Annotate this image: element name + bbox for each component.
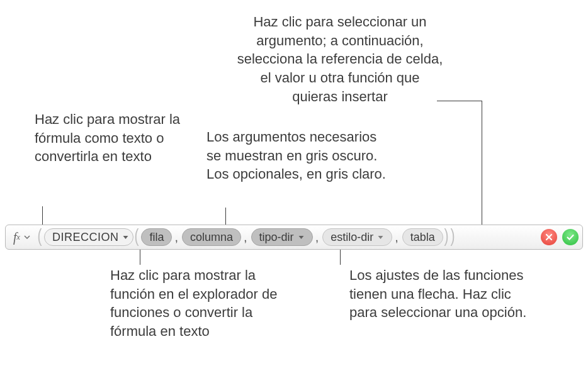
check-icon [566, 233, 575, 242]
callout-required-args: Los argumentos necesarios se muestran en… [206, 128, 389, 184]
confirm-button[interactable] [562, 229, 579, 245]
separator: , [174, 230, 178, 245]
callout-func-dropdown: Haz clic para mostrar la función en el e… [110, 266, 293, 341]
arg-label: fila [149, 231, 164, 244]
callout-select-arg: Haz clic para seleccionar un argumento; … [236, 13, 444, 106]
fx-dropdown[interactable] [24, 235, 30, 239]
callout-arg-option: Los ajustes de las funciones tienen una … [349, 266, 532, 322]
arg-pill-tipo-dir[interactable]: tipo-dir [251, 228, 313, 246]
leader-line [42, 206, 43, 225]
paren-close: ) [444, 226, 448, 245]
separator: , [395, 230, 399, 245]
leader-line [140, 250, 140, 265]
group-close-bracket: ) [450, 226, 455, 245]
separator: , [315, 230, 319, 245]
callout-fx: Haz clic para mostrar la fórmula como te… [35, 110, 186, 166]
function-name-label: DIRECCION [52, 231, 119, 244]
arg-pill-estilo-dir[interactable]: estilo-dir [322, 228, 392, 246]
leader-line [437, 101, 482, 101]
arg-label: tabla [410, 231, 435, 244]
paren-open: ( [135, 226, 139, 245]
close-icon [545, 233, 553, 242]
arg-dropdown-caret[interactable] [377, 235, 384, 240]
arg-label: columna [190, 231, 233, 244]
leader-line [225, 208, 226, 225]
arg-dropdown-caret[interactable] [298, 235, 305, 240]
function-name-pill[interactable]: DIRECCION [44, 228, 134, 246]
triangle-down-icon [377, 235, 384, 240]
leader-line [340, 250, 341, 265]
arg-pill-tabla[interactable]: tabla [402, 228, 443, 246]
leader-line [482, 101, 482, 225]
arg-label: estilo-dir [331, 231, 373, 244]
function-dropdown-caret[interactable] [122, 235, 129, 240]
arg-pill-columna[interactable]: columna [182, 228, 241, 246]
fx-icon: fx [9, 230, 23, 245]
group-open-bracket: ( [37, 226, 42, 245]
triangle-down-icon [298, 235, 305, 240]
arg-pill-fila[interactable]: fila [141, 228, 172, 246]
cancel-button[interactable] [541, 229, 557, 245]
separator: , [244, 230, 247, 245]
triangle-down-icon [122, 235, 129, 240]
arg-label: tipo-dir [259, 231, 294, 244]
chevron-down-icon [24, 235, 30, 239]
formula-bar: fx ( DIRECCION ( fila , columna , tipo-d… [5, 225, 583, 250]
